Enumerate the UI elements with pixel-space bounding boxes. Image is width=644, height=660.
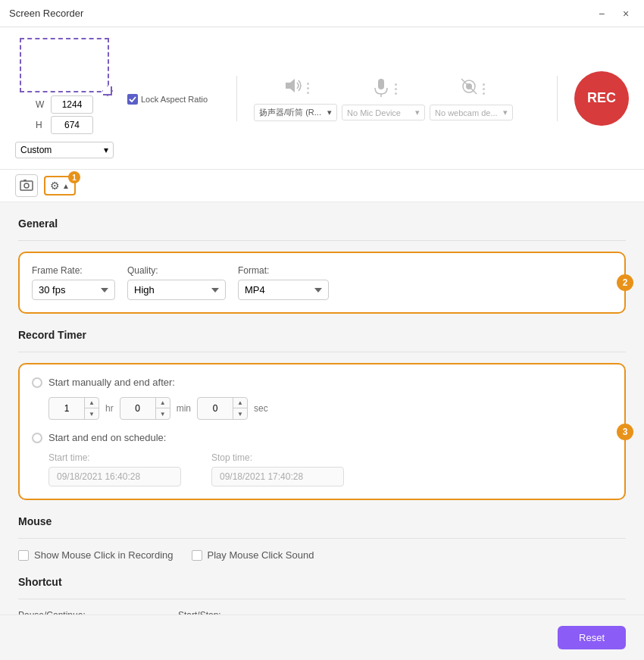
- width-input[interactable]: [51, 95, 93, 114]
- seconds-up-button[interactable]: ▲: [233, 398, 247, 408]
- lock-aspect-checkbox[interactable]: [127, 94, 138, 105]
- show-click-label[interactable]: Show Mouse Click in Recording: [18, 549, 174, 561]
- resolution-preset-select[interactable]: Custom ▾: [15, 142, 114, 158]
- webcam-dropdown-chevron-icon: ▾: [503, 108, 508, 117]
- manual-timer-radio[interactable]: [32, 377, 42, 388]
- speaker-dropdown-chevron-icon: ▾: [327, 108, 332, 117]
- webcam-icon-row: [458, 76, 485, 102]
- seconds-down-button[interactable]: ▼: [233, 408, 247, 419]
- quality-label: Quality:: [127, 265, 226, 276]
- fps-label: Frame Rate:: [32, 265, 115, 276]
- webcam-dropdown-label: No webcam de...: [435, 108, 498, 117]
- quality-group: Quality: High: [127, 265, 226, 300]
- schedule-timer-text: Start and end on schedule:: [48, 432, 166, 443]
- start-time-input[interactable]: [48, 467, 181, 486]
- play-sound-checkbox[interactable]: [192, 550, 202, 561]
- seconds-unit: sec: [254, 403, 268, 414]
- mic-dropdown[interactable]: No Mic Device ▾: [342, 105, 425, 120]
- hours-up-button[interactable]: ▲: [85, 398, 98, 408]
- hours-unit: hr: [105, 403, 114, 414]
- format-select[interactable]: MP4: [238, 280, 329, 300]
- checkmark-icon: [129, 96, 136, 102]
- speaker-icon-row: [283, 75, 309, 101]
- lock-aspect-label: Lock Aspect Ratio: [141, 94, 208, 105]
- minimize-button[interactable]: −: [592, 5, 611, 23]
- close-button[interactable]: ×: [617, 5, 635, 23]
- play-sound-label[interactable]: Play Mouse Click Sound: [192, 549, 314, 561]
- titlebar: Screen Recorder − ×: [0, 0, 644, 27]
- resolution-preset-chevron-icon: ▾: [104, 145, 108, 155]
- shortcut-title: Shortcut: [18, 576, 626, 588]
- capture-area: W H Custom ▾ Lock Aspec: [15, 38, 208, 158]
- manual-timer-text: Start manually and end after:: [48, 377, 175, 388]
- minutes-down-button[interactable]: ▼: [156, 408, 170, 419]
- av-controls: 扬声器/听筒 (R... ▾ No Mic Device: [254, 75, 540, 121]
- settings-badge: 1: [68, 171, 80, 183]
- speaker-icon: [283, 75, 304, 101]
- shortcut-section: Shortcut Pause/Continue: Start/Stop:: [18, 576, 626, 615]
- svg-rect-8: [20, 181, 33, 190]
- width-label: W: [36, 99, 46, 110]
- seconds-spinner: ▲ ▼: [197, 397, 248, 420]
- record-timer-section: Record Timer Start manually and end afte…: [18, 329, 626, 500]
- webcam-dropdown[interactable]: No webcam de... ▾: [430, 105, 513, 120]
- svg-line-7: [461, 79, 477, 94]
- format-label: Format:: [238, 265, 329, 276]
- minutes-arrows: ▲ ▼: [155, 398, 170, 419]
- hours-spinner: ▲ ▼: [48, 397, 99, 420]
- app-title: Screen Recorder: [9, 8, 83, 19]
- screenshot-icon: [20, 179, 33, 192]
- webcam-section: No webcam de... ▾: [430, 76, 513, 120]
- speaker-dots-icon[interactable]: [307, 83, 309, 94]
- general-selects-row: Frame Rate: 30 fps Quality: High Format:…: [32, 265, 612, 300]
- quality-select[interactable]: High: [127, 280, 226, 300]
- resize-handle-icon: [102, 86, 113, 96]
- general-section: General Frame Rate: 30 fps Quality: High: [18, 217, 626, 314]
- settings-bar: ⚙ ▲ 1: [0, 170, 644, 202]
- bottom-bar: Reset: [0, 615, 644, 660]
- format-group: Format: MP4: [238, 265, 329, 300]
- show-click-text: Show Mouse Click in Recording: [34, 549, 174, 561]
- general-title: General: [18, 217, 626, 230]
- minutes-unit: min: [177, 403, 191, 414]
- manual-timer-label[interactable]: Start manually and end after:: [32, 377, 612, 388]
- seconds-input[interactable]: [198, 398, 233, 419]
- seconds-arrows: ▲ ▼: [233, 398, 247, 419]
- show-click-checkbox[interactable]: [18, 550, 29, 561]
- mic-icon: [370, 76, 392, 102]
- settings-panel: General Frame Rate: 30 fps Quality: High: [0, 202, 644, 615]
- stop-time-input[interactable]: [211, 467, 344, 486]
- general-badge: 2: [617, 274, 633, 291]
- minutes-up-button[interactable]: ▲: [156, 398, 170, 408]
- window-controls: − ×: [592, 5, 635, 23]
- mic-section: No Mic Device ▾: [342, 76, 425, 120]
- mic-dots-icon[interactable]: [395, 83, 397, 95]
- capture-preview[interactable]: [20, 38, 109, 92]
- mouse-options-row: Show Mouse Click in Recording Play Mouse…: [18, 549, 626, 561]
- mouse-title: Mouse: [18, 515, 626, 527]
- webcam-dots-icon[interactable]: [483, 83, 485, 95]
- record-timer-box: Start manually and end after: ▲ ▼ hr ▲ ▼: [18, 363, 626, 500]
- settings-gear-button[interactable]: ⚙ ▲ 1: [44, 176, 76, 195]
- mic-dropdown-label: No Mic Device: [347, 108, 401, 117]
- schedule-timer-label[interactable]: Start and end on schedule:: [32, 432, 612, 443]
- fps-select[interactable]: 30 fps: [32, 280, 115, 300]
- gear-icon: ⚙: [50, 180, 60, 192]
- mic-dropdown-chevron-icon: ▾: [415, 108, 420, 117]
- resolution-preset-label: Custom: [20, 145, 52, 155]
- schedule-times-row: Start time: Stop time:: [48, 452, 612, 486]
- stop-time-label: Stop time:: [211, 452, 344, 463]
- height-input[interactable]: [51, 116, 93, 134]
- speaker-dropdown[interactable]: 扬声器/听筒 (R... ▾: [254, 104, 337, 121]
- toolbar-divider: [236, 76, 237, 121]
- reset-button[interactable]: Reset: [558, 626, 626, 649]
- rec-divider: [557, 76, 558, 121]
- screenshot-button[interactable]: [15, 174, 38, 197]
- minutes-spinner: ▲ ▼: [120, 397, 170, 420]
- hours-input[interactable]: [49, 398, 84, 419]
- stop-time-group: Stop time:: [211, 452, 344, 486]
- minutes-input[interactable]: [120, 398, 155, 419]
- hours-down-button[interactable]: ▼: [85, 408, 98, 419]
- rec-button[interactable]: REC: [574, 71, 629, 126]
- schedule-timer-radio[interactable]: [32, 433, 42, 443]
